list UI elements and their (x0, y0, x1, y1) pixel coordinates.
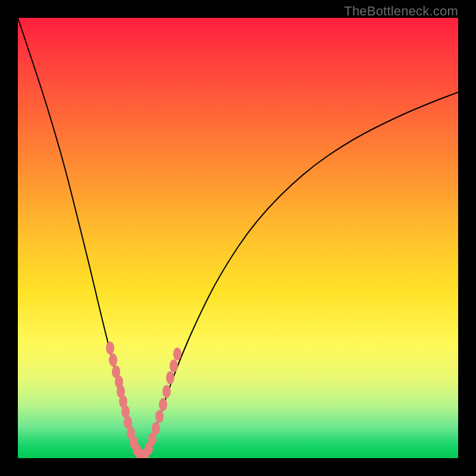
highlight-point (173, 347, 181, 361)
highlight-point (109, 353, 117, 367)
highlighted-points-group (106, 342, 181, 458)
curve-right-arm (143, 92, 458, 458)
highlight-point (166, 371, 174, 384)
highlight-point (152, 422, 160, 435)
highlight-point (162, 385, 171, 398)
watermark-text: TheBottleneck.com (344, 4, 458, 19)
highlight-point (170, 359, 178, 372)
highlight-point (155, 410, 164, 423)
highlight-point (159, 398, 167, 411)
highlight-point (106, 342, 114, 355)
chart-svg (18, 18, 458, 458)
chart-plot-area (18, 18, 458, 458)
